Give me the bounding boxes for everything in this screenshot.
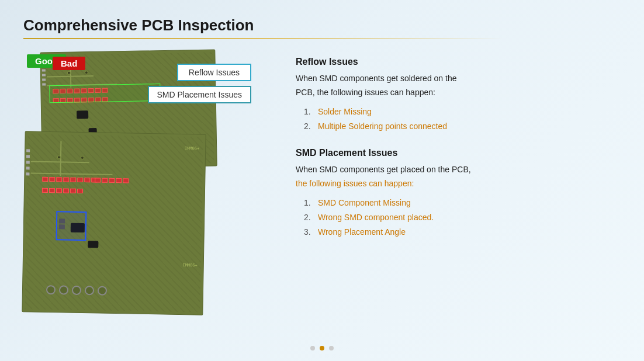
connector-left-bad <box>26 149 30 175</box>
list-item: 1. SMD Component Missing <box>292 196 621 210</box>
info-section: Reflow Issues When SMD components get so… <box>292 51 621 334</box>
list-item: 2. Multiple Soldering points connected <box>292 119 621 134</box>
title-underline <box>23 38 503 39</box>
resistor-row <box>42 177 97 183</box>
main-content: Good <box>0 45 644 346</box>
via <box>57 155 61 159</box>
via <box>81 156 84 159</box>
slide-dots <box>0 346 644 361</box>
blue-highlight-component <box>56 211 86 241</box>
label-bad: Bad <box>53 57 85 70</box>
dot-2[interactable] <box>320 346 324 350</box>
reflow-list: 1. Solder Missing 2. Multiple Soldering … <box>292 105 621 134</box>
ic-chip <box>88 241 98 248</box>
list-item: 2. Wrong SMD component placed. <box>292 210 621 225</box>
callout-smd: SMD Placement Issues <box>148 86 252 103</box>
pcb-wrapper: Good <box>23 51 245 320</box>
list-item: 1. Solder Missing <box>292 105 621 119</box>
pcb-label: IMM06+ <box>185 146 199 151</box>
page-title: Comprehensive PCB Inspection <box>23 16 621 34</box>
trace <box>30 172 112 175</box>
resistor-row <box>42 188 83 193</box>
reflow-issues-block: Reflow Issues When SMD components get so… <box>292 57 621 134</box>
smd-issues-title: SMD Placement Issues <box>292 148 621 158</box>
pcb-label2: IMM06+ <box>182 263 197 268</box>
list-item: 3. Wrong Placement Angle <box>292 225 621 239</box>
page-header: Comprehensive PCB Inspection <box>0 0 644 45</box>
good-highlight <box>49 84 160 103</box>
pcb-bad-board: IMM06+ IMM06+ <box>22 131 206 315</box>
callout-reflow: Reflow Issues <box>177 64 251 81</box>
reflow-issues-title: Reflow Issues <box>292 57 621 67</box>
smd-list: 1. SMD Component Missing 2. Wrong SMD co… <box>292 196 621 240</box>
ic-chip <box>77 110 88 119</box>
pcb-section: Good <box>23 51 269 334</box>
reflow-desc-1: When SMD components get soldered on the … <box>292 72 621 100</box>
smd-issues-block: SMD Placement Issues When SMD components… <box>292 148 621 239</box>
dot-1[interactable] <box>310 346 315 350</box>
smd-desc: When SMD components get placed on the PC… <box>292 163 621 191</box>
round-components <box>46 285 107 296</box>
via <box>67 71 71 75</box>
dot-3[interactable] <box>329 346 334 350</box>
resistor-row <box>95 178 129 183</box>
via <box>85 71 88 74</box>
